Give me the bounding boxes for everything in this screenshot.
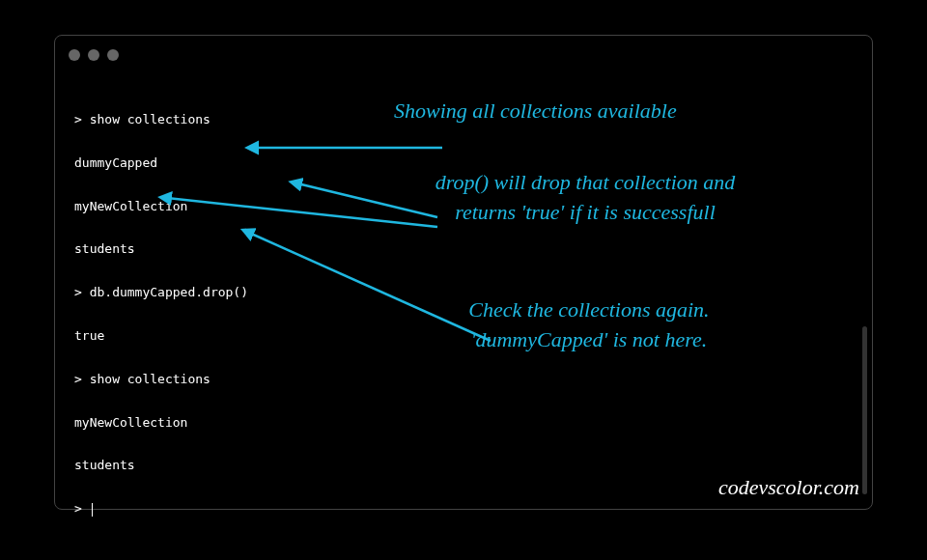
terminal-line: students xyxy=(74,459,248,473)
terminal-line: > db.dummyCapped.drop() xyxy=(74,286,248,300)
window-close-icon[interactable] xyxy=(69,49,80,61)
terminal-output[interactable]: > show collections dummyCapped myNewColl… xyxy=(74,84,248,546)
terminal-line: students xyxy=(74,242,248,257)
terminal-line: > show collections xyxy=(74,373,248,387)
terminal-line: dummyCapped xyxy=(74,156,248,171)
scrollbar[interactable] xyxy=(862,326,867,494)
annotation-drop: drop() will drop that collection and ret… xyxy=(382,168,788,228)
terminal-line: true xyxy=(74,329,248,344)
annotation-check-again: Check the collections again. 'dummyCappe… xyxy=(425,295,753,355)
annotation-show-collections: Showing all collections available xyxy=(394,97,677,126)
terminal-prompt[interactable]: > xyxy=(74,502,248,517)
cursor-icon xyxy=(92,503,93,517)
watermark: codevscolor.com xyxy=(718,475,859,500)
terminal-line: > show collections xyxy=(74,113,248,127)
prompt-text: > xyxy=(74,501,90,516)
window-minimize-icon[interactable] xyxy=(88,49,99,61)
window-zoom-icon[interactable] xyxy=(107,49,119,61)
terminal-line: myNewCollection xyxy=(74,416,248,431)
terminal-line: myNewCollection xyxy=(74,200,248,214)
window-controls xyxy=(69,49,119,61)
